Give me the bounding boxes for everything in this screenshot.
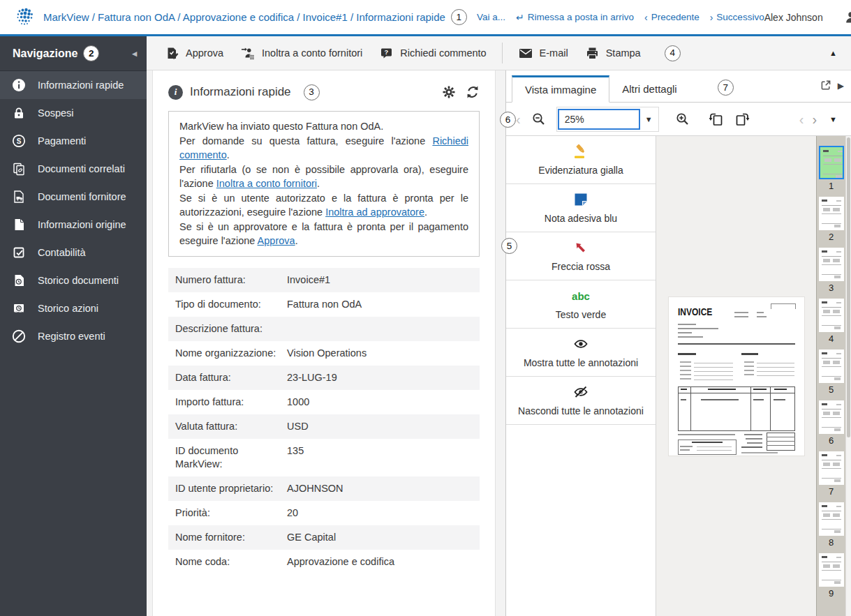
tab-vista-immagine[interactable]: Vista immagine bbox=[512, 75, 609, 103]
rotate-right-button[interactable] bbox=[734, 112, 751, 127]
forward-person-icon bbox=[240, 46, 256, 61]
green-text-icon: abc bbox=[572, 287, 590, 304]
rotate-right-icon bbox=[734, 112, 751, 127]
page-thumbnail-8[interactable]: 8 bbox=[819, 502, 844, 553]
document-preview-area[interactable]: INVOICE bbox=[656, 136, 816, 616]
rotate-left-icon bbox=[707, 112, 724, 127]
annotation-yellow-highlight[interactable]: Evidenziatura gialla bbox=[506, 136, 656, 184]
page-thumbnail-4[interactable]: 4 bbox=[819, 299, 844, 350]
sidebar-title: Navigazione bbox=[13, 47, 77, 60]
panel-gap bbox=[496, 70, 505, 616]
request-comment-button[interactable]: ? Richiedi commento bbox=[371, 42, 494, 65]
red-arrow-icon bbox=[574, 239, 588, 256]
rotate-left-button[interactable] bbox=[707, 112, 724, 127]
page-thumbnail-7[interactable]: 7 bbox=[819, 451, 844, 502]
top-header: MarkView / Fattura non OdA / Approvazion… bbox=[0, 0, 851, 36]
message-line: Se si è un approvatore e la fattura è pr… bbox=[179, 220, 468, 248]
tab-altri-dettagli[interactable]: Altri dettagli bbox=[609, 75, 689, 103]
invoice-preview-page: INVOICE bbox=[669, 297, 804, 456]
open-in-new-window-button[interactable] bbox=[820, 80, 831, 91]
page-thumbnail-1[interactable]: 1 bbox=[819, 146, 844, 197]
print-button[interactable]: Stampa bbox=[577, 42, 649, 65]
hide-all-annotations[interactable]: Nascondi tutte le annotazioni bbox=[506, 377, 656, 425]
sidebar-item-documenti-fornitore[interactable]: Documenti fornitore bbox=[0, 183, 147, 211]
email-button[interactable]: E-mail bbox=[510, 42, 577, 64]
callout-4: 4 bbox=[665, 45, 681, 61]
viewer-tabbar: Vista immagine Altri dettagli 7 bbox=[506, 70, 851, 103]
external-link-icon bbox=[820, 80, 831, 91]
sidebar-item-storico-documenti[interactable]: Storico documenti bbox=[0, 266, 147, 294]
next-link[interactable]: ›Successivo bbox=[710, 12, 764, 22]
pan-left-button[interactable]: ‹ bbox=[516, 112, 521, 126]
sidebar-item-storico-azioni[interactable]: Storico azioni bbox=[0, 294, 147, 322]
go-to-link[interactable]: Vai a... bbox=[477, 12, 505, 22]
zoom-in-icon bbox=[675, 112, 690, 126]
field-row-numero-fattura: Numero fattura:Invoice#1 bbox=[168, 268, 480, 292]
gear-icon bbox=[442, 85, 456, 99]
user-name: Alex Johnson bbox=[764, 12, 823, 23]
previous-link[interactable]: ‹Precedente bbox=[644, 12, 700, 22]
image-view-panel: Vista immagine Altri dettagli 7 bbox=[505, 70, 851, 616]
annotation-blue-sticky-note[interactable]: Nota adesiva blu bbox=[506, 184, 656, 232]
previous-page-button[interactable]: ‹ bbox=[799, 112, 804, 126]
sidebar-header: Navigazione 2 ◂ bbox=[0, 36, 147, 71]
sidebar-item-documenti-correlati[interactable]: Documenti correlati bbox=[0, 155, 147, 183]
svg-text:S: S bbox=[17, 137, 22, 145]
sidebar-collapse-button[interactable]: ◂ bbox=[132, 48, 137, 59]
field-row-id-utente: ID utente proprietario:AJOHNSON bbox=[168, 476, 480, 501]
zoom-level-input[interactable] bbox=[558, 109, 640, 130]
accounting-icon bbox=[11, 245, 27, 260]
page-thumbnail-6[interactable]: 6 bbox=[819, 400, 844, 451]
panel-settings-button[interactable] bbox=[442, 85, 456, 99]
image-toolbar: ‹ ▼ bbox=[506, 103, 851, 136]
supplier-documents-icon bbox=[11, 189, 27, 204]
sidebar-item-registro-eventi[interactable]: Registro eventi bbox=[0, 322, 147, 350]
approve-button[interactable]: Approva bbox=[156, 42, 232, 65]
remit-to-inbox-link[interactable]: ↵Rimessa a posta in arrivo bbox=[516, 12, 634, 22]
panel-expand-chevron[interactable]: ▶ bbox=[838, 81, 844, 91]
next-page-button[interactable]: › bbox=[812, 112, 817, 126]
info-icon bbox=[11, 77, 27, 93]
thumbnail-scrollbar[interactable] bbox=[845, 136, 851, 616]
forward-to-approver-link[interactable]: Inoltra ad approvatore bbox=[325, 206, 424, 218]
page-thumbnail-3[interactable]: 3 bbox=[819, 248, 844, 299]
forward-to-ap-button[interactable]: Inoltra a conto fornitori bbox=[232, 42, 371, 65]
panel-refresh-button[interactable] bbox=[466, 85, 480, 99]
page-thumbnail-9[interactable]: 9 bbox=[819, 553, 844, 604]
zoom-dropdown-arrow[interactable]: ▼ bbox=[641, 115, 657, 123]
yellow-highlighter-icon bbox=[572, 143, 590, 160]
field-row-valuta: Valuta fattura:USD bbox=[168, 414, 480, 439]
page-thumbnail-5[interactable]: 5 bbox=[819, 350, 844, 400]
refresh-icon bbox=[466, 85, 480, 99]
toolbar-collapse-button[interactable]: ▲ bbox=[829, 49, 847, 57]
zoom-in-button[interactable] bbox=[675, 112, 690, 126]
sidebar-item-pagamenti[interactable]: S Pagamenti bbox=[0, 127, 147, 155]
zoom-out-button[interactable] bbox=[531, 112, 546, 126]
sidebar-item-informazioni-origine[interactable]: Informazioni origine bbox=[0, 211, 147, 239]
annotation-red-arrow[interactable]: Freccia rossa bbox=[506, 232, 656, 280]
message-line: Se si è un utente autorizzato e la fattu… bbox=[179, 191, 468, 220]
field-row-descrizione: Descrizione fattura: bbox=[168, 317, 480, 341]
forward-to-ap-link[interactable]: Inoltra a conto fornitori bbox=[216, 178, 317, 189]
field-row-organizzazione: Nome organizzazione:Vision Operations bbox=[168, 341, 480, 366]
annotation-green-text[interactable]: abc Testo verde bbox=[506, 280, 656, 329]
sidebar-item-informazioni-rapide[interactable]: Informazioni rapide bbox=[0, 71, 147, 99]
sidebar-item-contabilita[interactable]: Contabilità bbox=[0, 239, 147, 266]
action-history-icon bbox=[11, 301, 27, 316]
show-all-annotations[interactable]: Mostra tutte le annotazioni bbox=[506, 329, 656, 377]
viewer-more-dropdown[interactable]: ▼ bbox=[825, 115, 841, 123]
printer-icon bbox=[585, 46, 600, 61]
breadcrumb: MarkView / Fattura non OdA / Approvazion… bbox=[43, 11, 445, 23]
sidebar-item-sospesi[interactable]: Sospesi bbox=[0, 99, 147, 127]
page-thumbnail-2[interactable]: 2 bbox=[819, 197, 844, 248]
user-menu-button[interactable] bbox=[843, 9, 851, 26]
zoom-out-icon bbox=[531, 112, 546, 126]
origin-info-icon bbox=[11, 217, 27, 232]
annotation-tools: Evidenziatura gialla bbox=[506, 136, 656, 616]
show-annotations-icon bbox=[573, 336, 589, 352]
message-line: Per domande su questa fattura, eseguire … bbox=[179, 134, 468, 163]
scrollbar-thumb[interactable] bbox=[847, 137, 850, 437]
return-arrow-icon: ↵ bbox=[516, 13, 524, 22]
approve-link[interactable]: Approva bbox=[258, 235, 295, 246]
callout-3: 3 bbox=[304, 84, 320, 100]
